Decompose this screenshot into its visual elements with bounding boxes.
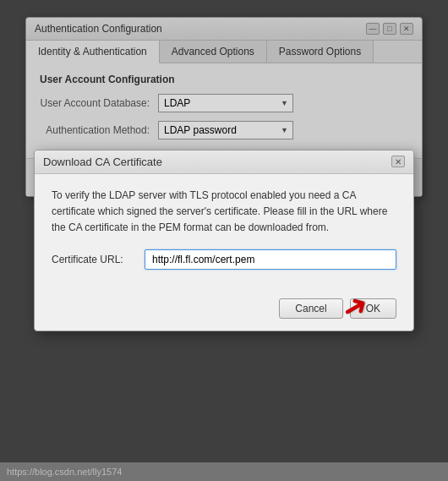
- cert-url-row: Certificate URL:: [52, 249, 396, 270]
- ok-button-dialog[interactable]: OK: [350, 298, 396, 319]
- download-ca-dialog: Download CA Certificate ✕ To verify the …: [34, 150, 414, 332]
- cert-url-input[interactable]: [145, 249, 396, 270]
- dialog-close-button[interactable]: ✕: [391, 156, 405, 167]
- dialog-titlebar: Download CA Certificate ✕: [35, 150, 413, 174]
- dialog-title: Download CA Certificate: [43, 156, 162, 168]
- dialog-footer: Cancel OK: [35, 290, 413, 331]
- dialog-body: To verify the LDAP server with TLS proto…: [35, 174, 413, 291]
- cert-url-label: Certificate URL:: [52, 254, 136, 265]
- dialog-message: To verify the LDAP server with TLS proto…: [52, 188, 396, 237]
- dialog-overlay: ➜ Download CA Certificate ✕ To verify th…: [0, 0, 448, 481]
- cancel-button-dialog[interactable]: Cancel: [279, 298, 342, 319]
